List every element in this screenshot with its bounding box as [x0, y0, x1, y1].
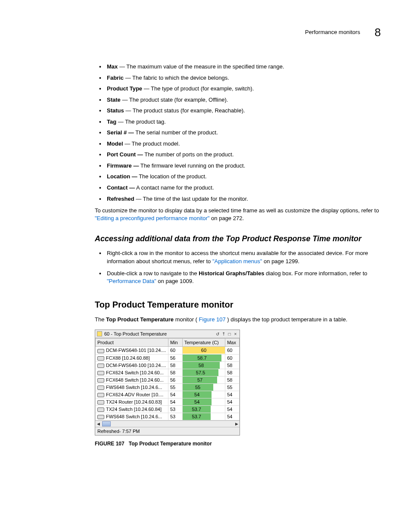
table-row[interactable]: FCX624-ADV Router [10....545454	[96, 391, 240, 398]
definition-item: Contact — A contact name for the product…	[107, 184, 381, 192]
scroll-left-icon[interactable]: ◀	[95, 422, 101, 426]
definition-item: Firmware — The firmware level running on…	[107, 162, 381, 170]
definition-item: Fabric — The fabric to which the device …	[107, 74, 381, 82]
definition-item: Model — The product model.	[107, 140, 381, 148]
definition-term: Status	[107, 107, 124, 114]
application-menus-link[interactable]: "Application menus"	[212, 258, 262, 264]
table-row[interactable]: FCX624 Switch [10.24.60...5857.558	[96, 369, 240, 376]
cell-min: 55	[168, 383, 182, 391]
table-row[interactable]: FWS648 Switch [10.24.6...5353.754	[96, 413, 240, 420]
col-min[interactable]: Min	[168, 339, 182, 347]
definition-item: Port Count — The number of ports on the …	[107, 151, 381, 159]
monitor-name-bold: Top Product Temperature	[106, 316, 174, 323]
section-heading: Top Product Temperature monitor	[95, 300, 381, 310]
definition-term: Serial # —	[107, 129, 134, 136]
temp-bar: 57.5	[183, 369, 219, 376]
cell-product: DCM-FWS648-100 [10.24....	[96, 361, 168, 369]
definition-item: Max — The maximum value of the measure i…	[107, 63, 381, 71]
cell-product: FCX88 [10.24.60.88]	[96, 354, 168, 361]
cell-max: 55	[225, 383, 240, 391]
definition-desc: — The fabric to which the device belongs…	[124, 75, 229, 81]
col-max[interactable]: Max	[225, 339, 240, 347]
device-icon	[97, 371, 104, 375]
temp-bar: 54	[183, 398, 212, 405]
customize-prefix: To customize the monitor to display data…	[95, 207, 379, 214]
temp-bar: 58	[183, 362, 220, 369]
device-icon	[97, 415, 104, 419]
temp-bar: 53.7	[183, 406, 211, 413]
cell-temp: 54	[182, 398, 225, 406]
device-icon	[97, 364, 104, 368]
section-intro: The Top Product Temperature monitor ( Fi…	[95, 316, 381, 324]
definition-desc: — The product tag.	[116, 118, 166, 125]
horizontal-scrollbar[interactable]: ◀ ▶	[95, 420, 240, 427]
pin-icon[interactable]: ⤒	[221, 332, 226, 336]
cell-temp: 57.5	[182, 369, 225, 376]
customize-note: To customize the monitor to display data…	[95, 207, 381, 222]
device-icon	[97, 386, 104, 390]
definition-desc: — The maximum value of the measure in th…	[118, 63, 284, 70]
chapter-number: 8	[375, 26, 381, 39]
col-product[interactable]: Product	[96, 339, 168, 347]
close-icon[interactable]: ×	[233, 332, 238, 336]
col-temp[interactable]: Temperature (C)	[182, 339, 225, 347]
definition-term: Contact —	[107, 184, 135, 191]
definition-term: Firmware —	[107, 162, 139, 169]
cell-min: 54	[168, 391, 182, 398]
scroll-right-icon[interactable]: ▶	[234, 422, 240, 426]
color-swatch	[97, 331, 102, 336]
table-row[interactable]: DCM-FWS648-100 [10.24....585858	[96, 361, 240, 369]
table-row[interactable]: FCX648 Switch [10.24.60...565758	[96, 376, 240, 383]
definition-desc: — The product status (for example, Reach…	[124, 107, 245, 114]
cell-temp: 60	[182, 347, 225, 354]
header-title: Performance monitors	[305, 29, 360, 35]
cell-min: 56	[168, 376, 182, 383]
definition-desc: — The product model.	[123, 140, 180, 147]
monitor-footer: Refreshed- 7:57 PM	[95, 427, 240, 435]
cell-product: FCX648 Switch [10.24.60...	[96, 376, 168, 383]
table-row[interactable]: TX24 Switch [10.24.60.84]5353.754	[96, 406, 240, 413]
refresh-icon[interactable]: ↺	[215, 332, 220, 336]
table-row[interactable]: FWS648 Switch [10.24.6...555555	[96, 383, 240, 391]
cell-product: DCM-FWS648-101 [10.24....	[96, 347, 168, 354]
device-icon	[97, 393, 104, 397]
maximize-icon[interactable]: □	[227, 332, 232, 336]
monitor-titlebar: 60 - Top Product Temperature ↺ ⤒ □ ×	[95, 330, 240, 338]
definition-desc: A contact name for the product.	[135, 184, 214, 191]
titlebar-icons: ↺ ⤒ □ ×	[215, 332, 238, 336]
table-row[interactable]: FCX88 [10.24.60.88]5658.760	[96, 354, 240, 361]
cell-min: 53	[168, 406, 182, 413]
cell-min: 54	[168, 398, 182, 406]
figure-107-link[interactable]: Figure 107	[199, 316, 226, 323]
definition-desc: — The product state (for example, Offlin…	[121, 96, 228, 103]
editing-monitor-link[interactable]: "Editing a preconfigured performance mon…	[95, 215, 209, 221]
definition-term: Port Count —	[107, 151, 143, 158]
cell-max: 60	[225, 354, 240, 361]
cell-min: 60	[168, 347, 182, 354]
cell-temp: 55	[182, 383, 225, 391]
definition-desc: — The type of product (for example, swit…	[142, 85, 254, 92]
table-row[interactable]: DCM-FWS648-101 [10.24....606060	[96, 347, 240, 354]
temp-bar: 60	[183, 347, 225, 354]
definition-desc: The number of ports on the product.	[143, 151, 234, 158]
cell-temp: 54	[182, 391, 225, 398]
device-icon	[97, 400, 104, 404]
cell-max: 54	[225, 406, 240, 413]
definition-term: Refreshed	[107, 196, 134, 202]
performance-data-link[interactable]: "Performance Data"	[107, 278, 156, 284]
cell-max: 54	[225, 398, 240, 406]
access-item-2: Double-click a row to navigate to the Hi…	[107, 270, 381, 285]
temp-bar: 54	[183, 391, 212, 398]
cell-product: FWS648 Switch [10.24.6...	[96, 383, 168, 391]
figure-text: Top Product Temperature monitor	[129, 441, 212, 447]
device-icon	[97, 378, 104, 383]
definition-term: Location —	[107, 173, 137, 180]
cell-temp: 53.7	[182, 406, 225, 413]
temp-bar: 55	[183, 384, 213, 391]
definition-desc: The location of the product.	[137, 173, 207, 180]
definition-term: Max	[107, 63, 118, 70]
figure-caption: FIGURE 107 Top Product Temperature monit…	[95, 441, 381, 447]
figure-label: FIGURE 107	[95, 441, 125, 447]
table-row[interactable]: TX24 Router [10.24.60.83]545454	[96, 398, 240, 406]
scroll-thumb[interactable]	[102, 421, 111, 426]
